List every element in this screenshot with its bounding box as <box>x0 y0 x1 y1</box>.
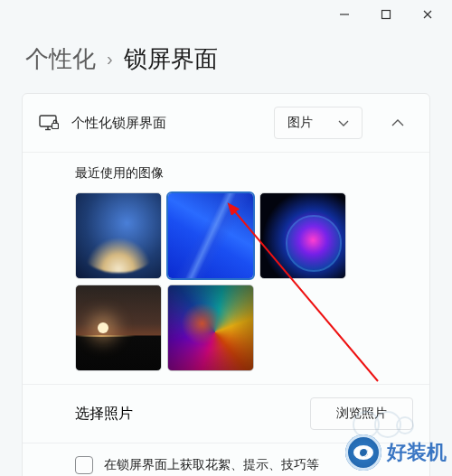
recent-image-thumb[interactable] <box>167 285 254 371</box>
watermark: 好装机 <box>345 434 447 471</box>
svg-rect-7 <box>52 124 59 129</box>
svg-rect-1 <box>382 11 391 19</box>
tips-checkbox[interactable] <box>75 456 93 474</box>
close-button[interactable] <box>407 0 448 29</box>
chevron-up-icon <box>391 115 404 131</box>
recent-image-thumb[interactable] <box>75 192 162 279</box>
breadcrumb-current: 锁屏界面 <box>124 43 218 75</box>
recent-image-thumb[interactable] <box>167 192 254 279</box>
dropdown-value: 图片 <box>287 115 313 131</box>
breadcrumb: 个性化 › 锁屏界面 <box>0 29 452 93</box>
watermark-text: 好装机 <box>387 439 447 466</box>
recent-images-label: 最近使用的图像 <box>75 165 413 182</box>
choose-photo-label: 选择照片 <box>75 405 133 424</box>
watermark-eye-icon <box>345 434 381 471</box>
breadcrumb-parent[interactable]: 个性化 <box>25 43 96 75</box>
background-type-dropdown[interactable]: 图片 <box>274 107 363 139</box>
maximize-button[interactable] <box>365 0 407 29</box>
lockscreen-header: 个性化锁屏界面 图片 <box>23 94 429 152</box>
monitor-lock-icon <box>39 115 59 131</box>
chevron-down-icon <box>338 116 349 130</box>
minimize-button[interactable] <box>324 0 365 29</box>
tips-checkbox-label: 在锁屏界面上获取花絮、提示、技巧等 <box>104 457 319 473</box>
chevron-right-icon: › <box>107 49 113 70</box>
recent-images-grid <box>75 192 413 371</box>
collapse-button[interactable] <box>382 107 413 138</box>
lockscreen-title: 个性化锁屏界面 <box>71 115 261 132</box>
recent-image-thumb[interactable] <box>75 285 162 371</box>
recent-images-section: 最近使用的图像 <box>23 152 429 384</box>
recent-image-thumb[interactable] <box>259 192 346 279</box>
